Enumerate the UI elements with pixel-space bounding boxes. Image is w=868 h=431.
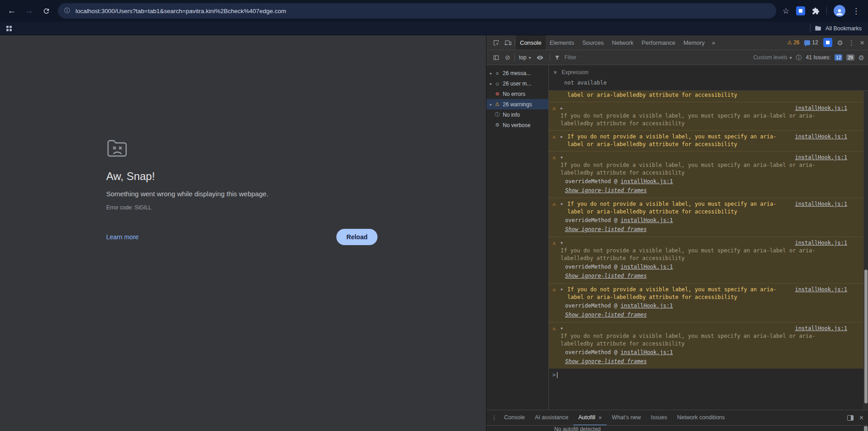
expand-toggle-icon[interactable]: ▶ [561,133,567,141]
devtools-tab-sources[interactable]: Sources [578,35,608,50]
console-filter-26-messa[interactable]: ▸≡26 messa... [486,68,548,78]
context-label: top [519,54,527,61]
message-header: ⚠▼installHook.js:1 [552,325,847,332]
extensions-puzzle-icon[interactable] [812,7,820,15]
reload-button[interactable] [38,3,54,19]
bookmark-star-icon[interactable]: ☆ [783,6,789,16]
drawer-tab-ai-assistance[interactable]: AI assistance [530,410,573,426]
stack-frame: overrideMethod @ installHook.js:1 [565,263,847,271]
source-link[interactable]: installHook.js:1 [795,286,847,294]
console-warning-message[interactable]: ⚠▼If you do not provide a visible label,… [549,198,868,237]
drawer-tab-what-s-new[interactable]: What's new [607,410,646,426]
forward-button[interactable]: → [21,3,37,19]
issues-count-gray[interactable]: 29 [846,54,854,61]
scrollbar-thumb[interactable] [864,270,868,403]
drawer-tab-console[interactable]: Console [499,410,530,426]
console-warning-message[interactable]: ⚠▼If you do not provide a visible label,… [549,283,868,322]
javascript-context-selector[interactable]: top ▾ [519,54,531,61]
apps-grid-icon[interactable] [6,26,12,31]
device-toolbar-icon[interactable] [502,37,514,48]
chevron-down-icon: ▾ [790,55,792,60]
console-warning-message[interactable]: ⚠▼installHook.js:1If you do not provide … [549,322,868,369]
site-info-icon[interactable]: ⓘ [64,7,70,15]
show-frames-link[interactable]: Show ignore-listed frames [565,226,647,232]
expand-toggle-icon[interactable]: ▼ [561,200,567,208]
drawer-menu-kebab-icon[interactable]: ⋮ [489,414,499,421]
back-button[interactable]: ← [4,3,20,19]
source-link[interactable]: installHook.js:1 [795,239,847,247]
console-warning-message[interactable]: ⚠If you do not provide a visible label, … [549,91,868,102]
stack-source-link[interactable]: installHook.js:1 [621,349,673,355]
drawer-tab-network-conditions[interactable]: Network conditions [672,410,730,426]
stack-source-link[interactable]: installHook.js:1 [621,178,673,185]
issues-count-blue[interactable]: 12 [835,54,842,61]
source-link[interactable]: installHook.js:1 [795,104,847,112]
source-link[interactable]: installHook.js:1 [795,325,847,332]
expand-toggle-icon[interactable]: ▼ [561,154,567,161]
inspect-element-icon[interactable] [490,37,502,48]
show-frames-link[interactable]: Show ignore-listed frames [565,358,647,365]
drawer-scrollbar-thumb[interactable] [864,426,868,431]
devtools-tab-performance[interactable]: Performance [637,35,679,50]
browser-menu-kebab-icon[interactable]: ⋮ [852,6,860,16]
source-link[interactable]: installHook.js:1 [795,91,847,91]
warnings-count-badge[interactable]: ⚠ 26 [787,39,799,46]
console-filter-no-verbose[interactable]: ⚙No verbose [486,120,548,130]
drawer-tab-autofill[interactable]: Autofill× [573,410,607,426]
devtools-extension-icon[interactable] [823,38,832,47]
console-filter-26-warnings[interactable]: ▸⚠26 warnings [486,99,548,109]
filter-label: No errors [503,91,525,97]
console-warning-message[interactable]: ⚠▶If you do not provide a visible label,… [549,130,868,151]
console-warning-message[interactable]: ⚠▼installHook.js:1If you do not provide … [549,237,868,283]
profile-avatar[interactable] [834,5,845,17]
url-input[interactable] [75,7,770,15]
dock-panel-icon[interactable] [847,415,854,421]
stack-source-link[interactable]: installHook.js:1 [621,217,673,223]
expand-toggle-icon[interactable]: ▼ [561,286,567,294]
console-filter-no-info[interactable]: ⓘNo info [486,109,548,120]
omnibox[interactable]: ⓘ [58,3,776,19]
stack-source-link[interactable]: installHook.js:1 [621,264,673,270]
expand-toggle-icon[interactable]: ▼ [561,239,567,247]
expand-toggle-icon[interactable]: ▼ [561,325,567,332]
drawer-close-icon[interactable]: × [859,414,863,422]
toolbar-right: ☆ ⋮ [782,5,864,17]
live-expression-eye-icon[interactable] [534,52,546,63]
console-scrollbar[interactable] [863,91,868,410]
learn-more-link[interactable]: Learn more [106,233,139,241]
devtools-tab-console[interactable]: Console [516,35,546,50]
console-warning-message[interactable]: ⚠▼installHook.js:1If you do not provide … [549,151,868,198]
all-bookmarks[interactable]: All Bookmarks [810,24,862,33]
console-filter-no-errors[interactable]: ⊗No errors [486,89,548,99]
devtools-tab-network[interactable]: Network [608,35,638,50]
stack-source-link[interactable]: installHook.js:1 [621,303,673,309]
console-settings-gear-icon[interactable]: ⚙ [859,54,864,61]
console-filter-26-user-m[interactable]: ▸☺26 user m... [486,78,548,89]
pinned-extension-icon[interactable] [796,6,805,15]
close-icon[interactable]: × [599,414,602,421]
source-link[interactable]: installHook.js:1 [795,133,847,141]
show-frames-link[interactable]: Show ignore-listed frames [565,273,647,279]
more-tabs-icon[interactable]: » [709,39,718,46]
expand-toggle-icon[interactable]: ▶ [561,104,567,112]
console-sidebar-toggle-icon[interactable] [490,52,502,63]
console-warning-message[interactable]: ⚠▶installHook.js:1If you do not provide … [549,102,868,130]
issues-count-badge[interactable]: 12 [804,39,818,46]
console-prompt[interactable]: > [549,369,868,381]
expression-close-icon[interactable]: × [553,69,557,76]
devtools-tab-elements[interactable]: Elements [546,35,578,50]
issues-label[interactable]: 41 Issues: [806,54,831,61]
drawer-tab-issues[interactable]: Issues [646,410,672,426]
show-frames-link[interactable]: Show ignore-listed frames [565,312,647,318]
devtools-tab-memory[interactable]: Memory [679,35,709,50]
clear-console-icon[interactable]: ⊘ [505,54,510,61]
filter-input[interactable] [563,54,676,61]
devtools-menu-kebab-icon[interactable]: ⋮ [848,39,855,46]
source-link[interactable]: installHook.js:1 [795,154,847,161]
log-levels-dropdown[interactable]: Custom levels ▾ [753,54,792,61]
source-link[interactable]: installHook.js:1 [795,200,847,208]
reload-page-button[interactable]: Reload [336,229,377,245]
devtools-settings-gear-icon[interactable]: ⚙ [837,39,843,46]
devtools-close-icon[interactable]: × [860,39,864,47]
show-frames-link[interactable]: Show ignore-listed frames [565,187,647,194]
